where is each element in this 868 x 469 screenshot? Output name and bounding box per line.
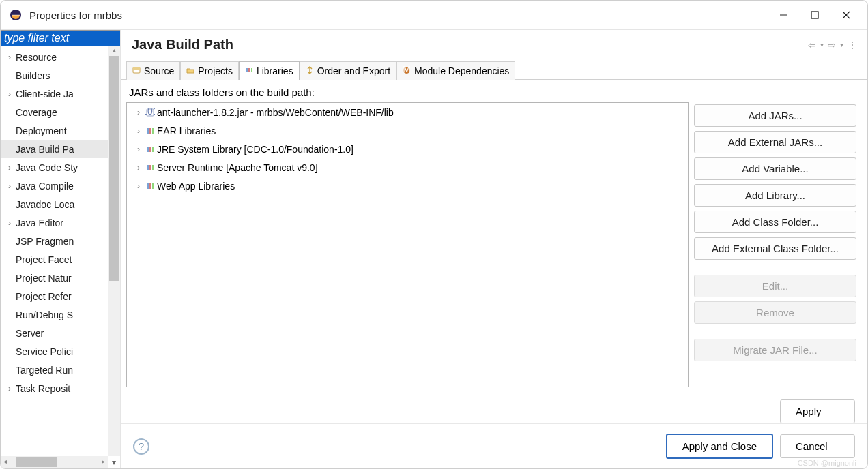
sidebar-item-label: Deployment xyxy=(16,125,67,136)
sidebar-item[interactable]: Builders xyxy=(1,66,108,85)
list-item[interactable]: ›101ant-launcher-1.8.2.jar - mrbbs/WebCo… xyxy=(127,103,688,121)
tab-label: Projects xyxy=(198,65,233,76)
sidebar-item-label: Builders xyxy=(16,70,50,81)
add-class-folder-button[interactable]: Add Class Folder... xyxy=(694,211,856,233)
sidebar-item-label: Service Polici xyxy=(16,346,73,357)
svg-rect-1 xyxy=(12,14,20,14)
sidebar-item-label: Coverage xyxy=(16,107,57,118)
library-icon xyxy=(143,163,157,172)
expand-icon[interactable]: › xyxy=(3,218,16,228)
library-icon xyxy=(143,126,157,136)
sidebar-item-label: Java Code Sty xyxy=(16,162,78,173)
filter-input[interactable] xyxy=(1,31,121,46)
tab-icon xyxy=(306,65,314,76)
view-menu-icon[interactable]: ⋮ xyxy=(848,40,856,50)
maximize-button[interactable] xyxy=(799,3,830,27)
sidebar-item-label: Server xyxy=(16,328,44,339)
add-variable-button[interactable]: Add Variable... xyxy=(694,157,856,180)
svg-rect-21 xyxy=(152,147,154,152)
list-item[interactable]: ›JRE System Library [CDC-1.0/Foundation-… xyxy=(127,140,688,158)
minimize-button[interactable] xyxy=(768,3,799,27)
sidebar-item[interactable]: Coverage xyxy=(1,103,108,121)
sidebar-item-label: Java Build Pa xyxy=(16,144,74,155)
tab[interactable]: Libraries xyxy=(239,61,300,80)
sidebar-item-label: Project Facet xyxy=(16,254,72,265)
sidebar-item[interactable]: ›Client-side Ja xyxy=(1,85,108,103)
sidebar-item[interactable]: Run/Debug S xyxy=(1,305,108,324)
expand-icon[interactable]: › xyxy=(3,163,16,172)
expand-icon[interactable]: › xyxy=(134,108,143,117)
sidebar-item-label: Javadoc Loca xyxy=(16,199,74,210)
library-icon xyxy=(143,181,157,191)
expand-icon[interactable]: › xyxy=(134,163,143,172)
sidebar-item[interactable]: ›Task Reposit xyxy=(1,379,108,397)
sidebar-item-label: JSP Fragmen xyxy=(16,236,74,247)
tab[interactable]: Projects xyxy=(180,61,239,80)
svg-rect-4 xyxy=(811,12,818,18)
expand-icon[interactable]: › xyxy=(134,126,143,136)
library-icon xyxy=(143,145,157,154)
sidebar-item[interactable]: ›Java Compile xyxy=(1,177,108,195)
title-bar: Properties for mrbbs xyxy=(1,1,867,29)
expand-icon[interactable]: › xyxy=(134,145,143,154)
expand-icon[interactable]: › xyxy=(3,52,16,62)
back-icon[interactable]: ⇦ xyxy=(808,40,816,50)
sidebar-item[interactable]: Javadoc Loca xyxy=(1,195,108,213)
help-icon[interactable]: ? xyxy=(133,438,149,455)
migrate-button: Migrate JAR File... xyxy=(694,339,856,361)
sidebar-item[interactable]: Project Facet xyxy=(1,250,108,269)
sidebar-item[interactable]: Server xyxy=(1,324,108,342)
watermark: CSDN @mignonli xyxy=(798,459,856,467)
close-button[interactable] xyxy=(830,3,862,27)
jar-list[interactable]: ›101ant-launcher-1.8.2.jar - mrbbs/WebCo… xyxy=(126,102,689,387)
sidebar-item[interactable]: Service Polici xyxy=(1,342,108,361)
list-item-label: EAR Libraries xyxy=(157,125,216,136)
list-item[interactable]: ›Web App Libraries xyxy=(127,177,688,195)
tab-label: Libraries xyxy=(257,65,293,76)
nav-tree[interactable]: ›ResourceBuilders›Client-side JaCoverage… xyxy=(1,46,108,456)
sidebar-item[interactable]: ›Java Code Sty xyxy=(1,158,108,177)
tab[interactable]: Source xyxy=(126,61,180,80)
sidebar-item[interactable]: Project Natur xyxy=(1,269,108,287)
svg-rect-19 xyxy=(147,147,149,152)
cancel-button[interactable]: Cancel xyxy=(780,434,855,458)
apply-and-close-button[interactable]: Apply and Close xyxy=(666,434,773,459)
forward-menu-icon[interactable]: ▾ xyxy=(840,41,843,48)
forward-icon[interactable]: ⇨ xyxy=(828,40,836,50)
sidebar-item[interactable]: Deployment xyxy=(1,121,108,140)
expand-icon[interactable]: › xyxy=(134,181,143,191)
add-external-jars-button[interactable]: Add External JARs... xyxy=(694,131,856,153)
sidebar-hscroll[interactable]: ◂ ▸ xyxy=(1,456,108,468)
list-item[interactable]: ›Server Runtime [Apache Tomcat v9.0] xyxy=(127,158,688,177)
sidebar-item[interactable]: ›Resource xyxy=(1,48,108,66)
add-library-button[interactable]: Add Library... xyxy=(694,184,856,207)
tab[interactable]: MModule Dependencies xyxy=(396,61,515,80)
expand-icon[interactable]: › xyxy=(3,89,16,99)
sidebar-item[interactable]: Java Build Pa xyxy=(1,140,108,158)
svg-rect-2 xyxy=(12,16,20,16)
sidebar-item[interactable]: Project Refer xyxy=(1,287,108,305)
sidebar-item[interactable]: JSP Fragmen xyxy=(1,232,108,250)
dialog-footer: ? Apply and Close Cancel xyxy=(121,423,867,468)
sidebar-item[interactable]: Targeted Run xyxy=(1,361,108,379)
window-title: Properties for mrbbs xyxy=(29,10,122,21)
svg-text:M: M xyxy=(403,66,411,74)
svg-rect-16 xyxy=(147,128,149,134)
sidebar-collapse-icon[interactable]: ▾ xyxy=(108,456,120,468)
svg-rect-11 xyxy=(251,68,252,72)
tab-label: Module Dependencies xyxy=(414,65,509,76)
sidebar-item[interactable]: ›Java Editor xyxy=(1,213,108,232)
svg-text:101: 101 xyxy=(145,108,155,117)
expand-icon[interactable]: › xyxy=(3,384,16,393)
expand-icon[interactable]: › xyxy=(3,181,16,191)
sidebar-scrollbar[interactable]: ▴ xyxy=(108,46,120,456)
add-external-class-folder-button[interactable]: Add External Class Folder... xyxy=(694,237,856,260)
back-menu-icon[interactable]: ▾ xyxy=(820,41,824,48)
sidebar-item-label: Resource xyxy=(16,52,57,63)
tab[interactable]: Order and Export xyxy=(300,61,396,80)
list-item[interactable]: ›EAR Libraries xyxy=(127,121,688,140)
tab-icon xyxy=(186,65,194,76)
add-jars-button[interactable]: Add JARs... xyxy=(694,104,856,127)
apply-button[interactable]: Apply xyxy=(780,399,855,423)
list-item-label: ant-launcher-1.8.2.jar - mrbbs/WebConten… xyxy=(157,107,394,118)
